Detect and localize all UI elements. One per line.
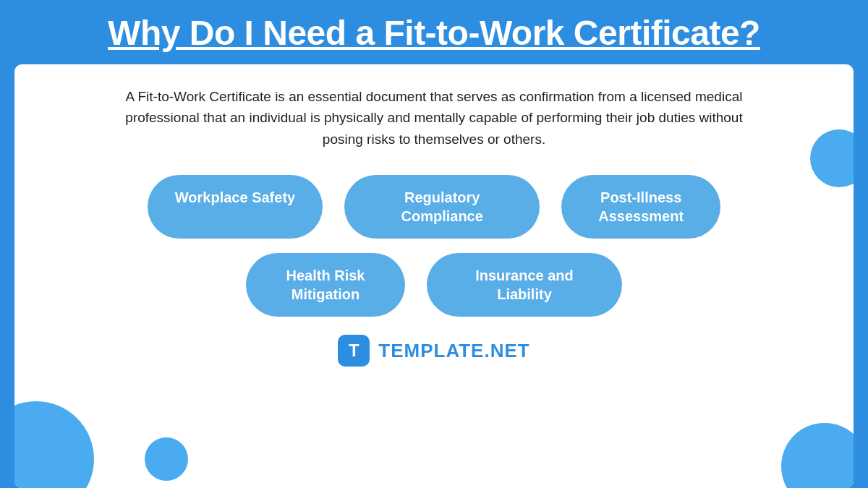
pills-row-2: Health RiskMitigation Insurance andLiabi… xyxy=(51,253,817,317)
page-title: Why Do I Need a Fit-to-Work Certificate? xyxy=(29,13,839,53)
pill-post-illness-assessment: Post-IllnessAssessment xyxy=(561,175,720,239)
logo-icon: T xyxy=(338,335,370,367)
deco-circle-bottom-left-large xyxy=(14,401,94,488)
logo-tld: .NET xyxy=(484,340,529,361)
pill-health-risk-mitigation: Health RiskMitigation xyxy=(246,253,405,317)
main-card: A Fit-to-Work Certificate is an essentia… xyxy=(14,64,854,488)
header: Why Do I Need a Fit-to-Work Certificate? xyxy=(0,0,868,64)
logo-brand: TEMPLATE xyxy=(378,340,484,361)
logo-text: TEMPLATE.NET xyxy=(378,340,529,362)
pill-workplace-safety: Workplace Safety xyxy=(148,175,323,239)
pills-row-1: Workplace Safety RegulatoryCompliance Po… xyxy=(51,175,817,239)
page-container: Why Do I Need a Fit-to-Work Certificate?… xyxy=(0,0,868,488)
description-text: A Fit-to-Work Certificate is an essentia… xyxy=(109,86,760,150)
pill-insurance-liability: Insurance andLiability xyxy=(427,253,622,317)
deco-circle-bottom-right xyxy=(781,423,854,488)
deco-circle-bottom-left-small xyxy=(145,437,188,481)
footer-logo: T TEMPLATE.NET xyxy=(51,335,817,367)
pill-regulatory-compliance: RegulatoryCompliance xyxy=(344,175,540,239)
